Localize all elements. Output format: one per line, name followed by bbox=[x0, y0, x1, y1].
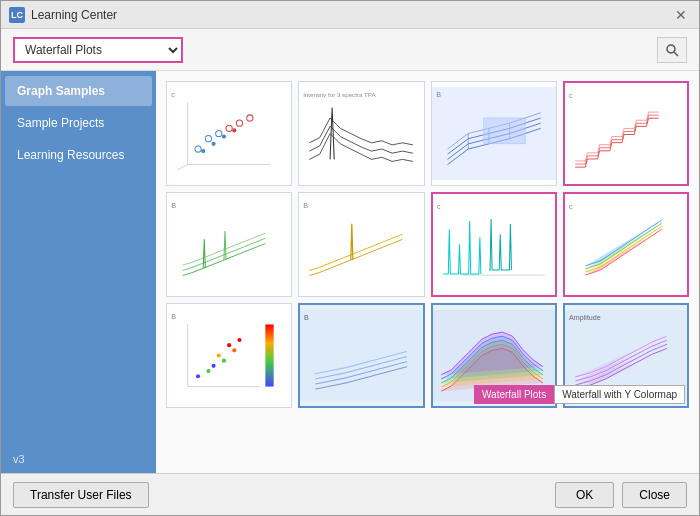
category-dropdown[interactable]: Waterfall Plots Line Plots Bar Graphs Su… bbox=[13, 37, 183, 63]
sidebar: Graph Samples Sample Projects Learning R… bbox=[1, 71, 156, 473]
svg-text:B: B bbox=[436, 90, 441, 99]
svg-point-13 bbox=[201, 149, 205, 153]
main-content: Graph Samples Sample Projects Learning R… bbox=[1, 71, 699, 473]
svg-text:B: B bbox=[304, 314, 309, 322]
graph-cell-surface-blue[interactable]: B bbox=[431, 81, 557, 186]
graph-grid: c bbox=[166, 81, 689, 408]
svg-rect-38 bbox=[265, 324, 273, 386]
svg-rect-17 bbox=[299, 87, 423, 180]
sidebar-item-sample-projects[interactable]: Sample Projects bbox=[5, 108, 152, 138]
svg-rect-31 bbox=[433, 199, 555, 291]
svg-point-44 bbox=[232, 348, 236, 352]
svg-text:c: c bbox=[437, 203, 441, 211]
svg-point-10 bbox=[212, 142, 216, 146]
search-icon bbox=[665, 43, 679, 57]
toolbar: Waterfall Plots Line Plots Bar Graphs Su… bbox=[1, 29, 699, 71]
svg-rect-49 bbox=[300, 310, 422, 402]
svg-text:c: c bbox=[569, 92, 573, 100]
graph-cell-waterfall-plain[interactable]: B bbox=[298, 303, 424, 408]
sidebar-item-learning-resources[interactable]: Learning Resources bbox=[5, 140, 152, 170]
sidebar-item-graph-samples[interactable]: Graph Samples bbox=[5, 76, 152, 106]
svg-text:B: B bbox=[303, 201, 308, 210]
graph-cell-scatter3d[interactable]: c bbox=[166, 81, 292, 186]
svg-point-40 bbox=[212, 364, 216, 368]
svg-point-46 bbox=[237, 338, 241, 342]
svg-rect-2 bbox=[167, 87, 291, 180]
close-button[interactable]: Close bbox=[622, 482, 687, 508]
content-area: c bbox=[156, 71, 699, 473]
svg-rect-24 bbox=[483, 118, 524, 144]
svg-rect-29 bbox=[299, 198, 423, 291]
graph-cell-waterfall-green[interactable]: B bbox=[166, 192, 292, 297]
graph-cell-waterfall-yellow[interactable]: B bbox=[298, 192, 424, 297]
svg-point-12 bbox=[232, 128, 236, 132]
svg-text:c: c bbox=[171, 90, 175, 99]
svg-point-45 bbox=[227, 343, 231, 347]
search-button[interactable] bbox=[657, 37, 687, 63]
svg-text:B: B bbox=[171, 201, 176, 210]
svg-point-41 bbox=[206, 369, 210, 373]
footer: Transfer User Files OK Close bbox=[1, 473, 699, 515]
titlebar: LC Learning Center ✕ bbox=[1, 1, 699, 29]
window-title: Learning Center bbox=[31, 8, 671, 22]
graph-cell-waterfall-bw[interactable]: Intensity for 3 spectra TPA bbox=[298, 81, 424, 186]
tooltip-waterfall-plots: Waterfall Plots bbox=[474, 385, 554, 404]
svg-text:Amplitude: Amplitude bbox=[569, 314, 601, 322]
svg-text:B: B bbox=[171, 312, 176, 321]
footer-actions: OK Close bbox=[555, 482, 687, 508]
transfer-user-files-button[interactable]: Transfer User Files bbox=[13, 482, 149, 508]
svg-point-42 bbox=[222, 359, 226, 363]
graph-cell-waterfall-rainbow[interactable]: c bbox=[563, 192, 689, 297]
svg-point-43 bbox=[217, 353, 221, 357]
app-icon: LC bbox=[9, 7, 25, 23]
graph-grid-wrapper: c bbox=[166, 81, 689, 408]
version-label: v3 bbox=[1, 445, 156, 473]
tooltip-container: Waterfall Plots Waterfall with Y Colorma… bbox=[474, 385, 685, 404]
graph-cell-heatmap[interactable]: B bbox=[166, 303, 292, 408]
svg-rect-27 bbox=[167, 198, 291, 291]
ok-button[interactable]: OK bbox=[555, 482, 614, 508]
svg-text:c: c bbox=[569, 203, 573, 211]
svg-text:Intensity for 3 spectra TPA: Intensity for 3 spectra TPA bbox=[303, 91, 376, 98]
svg-point-39 bbox=[196, 374, 200, 378]
graph-cell-steps-red[interactable]: c bbox=[563, 81, 689, 186]
svg-point-11 bbox=[222, 135, 226, 139]
svg-line-1 bbox=[674, 52, 678, 56]
svg-rect-25 bbox=[565, 88, 687, 180]
learning-center-window: LC Learning Center ✕ Waterfall Plots Lin… bbox=[0, 0, 700, 516]
close-window-button[interactable]: ✕ bbox=[671, 5, 691, 25]
svg-point-0 bbox=[667, 45, 675, 53]
graph-cell-peaks-cyan[interactable]: c bbox=[431, 192, 557, 297]
tooltip-waterfall-colormap: Waterfall with Y Colormap bbox=[554, 385, 685, 404]
